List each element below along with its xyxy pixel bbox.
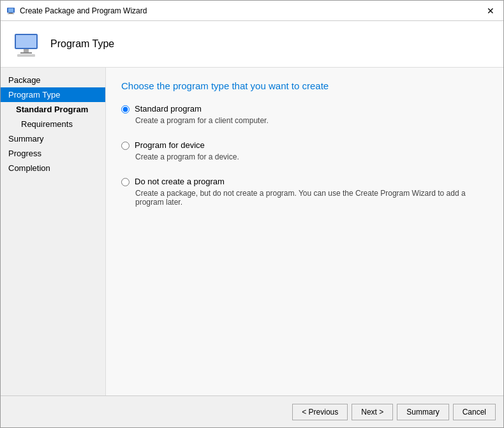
wizard-window: Create Package and Program Wizard ✕ Prog… (0, 0, 504, 428)
sidebar-item-program-type[interactable]: Program Type (1, 87, 105, 102)
option-device-label[interactable]: Program for device (135, 140, 205, 150)
sidebar-item-progress[interactable]: Progress (1, 146, 105, 161)
cancel-button[interactable]: Cancel (453, 404, 496, 420)
option-standard-desc: Create a program for a client computer. (135, 116, 488, 125)
option-standard-row: Standard program (121, 104, 488, 114)
summary-button[interactable]: Summary (397, 404, 448, 420)
close-button[interactable]: ✕ (483, 3, 498, 18)
option-standard-group: Standard program Create a program for a … (121, 104, 488, 125)
svg-rect-7 (20, 52, 32, 54)
svg-rect-3 (8, 13, 14, 14)
option-none-row: Do not create a program (121, 177, 488, 186)
main-panel: Choose the program type that you want to… (106, 68, 503, 395)
previous-button[interactable]: < Previous (292, 404, 348, 420)
header-title: Program Type (50, 38, 114, 50)
sidebar-item-requirements[interactable]: Requirements (1, 117, 105, 131)
option-device-group: Program for device Create a program for … (121, 140, 488, 161)
svg-rect-6 (24, 49, 29, 52)
svg-rect-8 (17, 54, 35, 57)
sidebar-item-standard-program[interactable]: Standard Program (1, 102, 105, 117)
sidebar-item-completion[interactable]: Completion (1, 161, 105, 175)
option-device-radio[interactable] (121, 142, 130, 150)
sidebar-item-package[interactable]: Package (1, 73, 105, 87)
svg-rect-2 (9, 13, 13, 13)
window-icon (6, 6, 16, 16)
option-none-radio[interactable] (121, 178, 130, 186)
header-icon (11, 29, 41, 59)
option-device-desc: Create a program for a device. (135, 152, 488, 161)
svg-rect-5 (16, 35, 36, 48)
option-standard-label[interactable]: Standard program (135, 104, 202, 114)
option-none-desc: Create a package, but do not create a pr… (135, 189, 488, 207)
title-bar: Create Package and Program Wizard ✕ (1, 1, 503, 21)
content-area: Package Program Type Standard Program Re… (1, 68, 503, 395)
footer: < Previous Next > Summary Cancel (1, 395, 503, 427)
title-bar-text: Create Package and Program Wizard (20, 6, 483, 15)
wizard-header: Program Type (1, 21, 503, 68)
option-none-label[interactable]: Do not create a program (135, 177, 225, 186)
option-standard-radio[interactable] (121, 105, 130, 114)
sidebar-item-summary[interactable]: Summary (1, 131, 105, 146)
svg-rect-1 (8, 8, 13, 12)
main-title: Choose the program type that you want to… (121, 80, 488, 91)
next-button[interactable]: Next > (352, 404, 393, 420)
option-device-row: Program for device (121, 140, 488, 150)
sidebar: Package Program Type Standard Program Re… (1, 68, 106, 395)
option-none-group: Do not create a program Create a package… (121, 177, 488, 207)
